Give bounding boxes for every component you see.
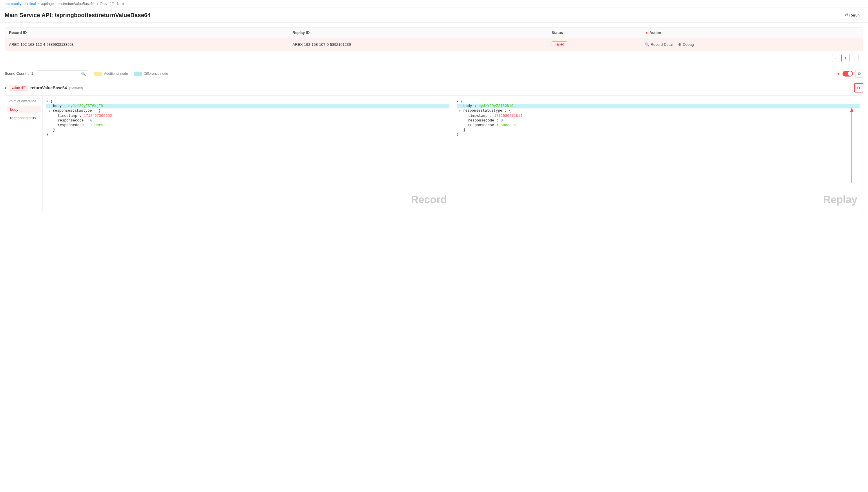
breadcrumb-project[interactable]: community-test-final [5, 2, 36, 6]
toggle-knob [848, 71, 852, 76]
record-detail-button[interactable]: 🔍 Record Detail [645, 42, 674, 47]
page-next-button[interactable]: › [851, 54, 859, 62]
debug-button[interactable]: ⚙ Debug [678, 42, 693, 47]
record-code-content: ▾ { body : eyJzY29yZSI6NjF9 ▾ responsest… [43, 96, 453, 140]
legend-difference-color [134, 72, 142, 76]
rerun-button[interactable]: ↺ Rerun [841, 11, 863, 19]
rerun-label: Rerun [849, 13, 860, 17]
toolbar-settings-button[interactable]: ⚙ [855, 70, 863, 78]
record-line-responsestatus: ▾ responsestatustype : { [46, 108, 449, 114]
col-action: ▼ Action [641, 28, 863, 38]
cell-replay-id: AREX-192-168-107-0-5892161239 [289, 38, 548, 51]
debug-icon: ⚙ [678, 42, 681, 47]
next-arrow[interactable]: › [126, 2, 128, 6]
replay-code-pane: ▾ { body : eyJzY29yZSI6OD19 ▾ responsest… [453, 96, 863, 212]
rerun-icon: ↺ [844, 13, 848, 18]
breadcrumb-separator: > [37, 2, 40, 6]
record-line-close1: } [46, 128, 449, 132]
diff-toolbar: Scene Count： 1 🔍 Additional node Differe… [5, 67, 863, 80]
pagination-nav: ‹ Prev 1/2 Next › [97, 2, 128, 6]
replay-line-body: body : eyJzY29yZSI6OD19 [456, 104, 860, 108]
col-record-id: Record ID [5, 28, 289, 38]
diff-function-name: returnValueBase64 [30, 85, 67, 90]
pod-label: Point of difference [5, 99, 42, 105]
filter-icon[interactable]: ▼ [645, 31, 649, 35]
diff-toggle[interactable] [842, 71, 853, 77]
search-box[interactable]: 🔍 [37, 70, 88, 77]
record-detail-label: Record Detail [651, 42, 674, 47]
point-of-difference-panel: Point of difference body responsestatus.… [5, 96, 43, 212]
replay-line-responsestatus: ▾ responsestatustype : { [456, 108, 860, 114]
replay-watermark: Replay [823, 194, 857, 206]
diff-settings-button[interactable]: ⚙ [854, 83, 863, 93]
page-title: Main Service API: /springboottest/return… [5, 12, 151, 19]
record-watermark: Record [411, 194, 447, 206]
record-line-0: ▾ { [46, 99, 449, 104]
action-cell: 🔍 Record Detail ⚙ Debug [645, 42, 859, 47]
filter-toggle-icon: ▼ [836, 72, 840, 76]
breadcrumb-path: /springboottest/returnValueBase64 [41, 2, 95, 6]
status-badge: Failed [552, 42, 568, 47]
diff-collapse-chevron[interactable]: ▾ [5, 86, 7, 90]
diff-body: Point of difference body responsestatus.… [5, 95, 863, 212]
pagination-row: ‹ 1 › [5, 51, 863, 65]
page-title-bar: Main Service API: /springboottest/return… [0, 8, 868, 23]
records-table-wrapper: Record ID Replay ID Status ▼ Action [5, 27, 863, 51]
record-line-responsedesc: responsedesc : success [46, 123, 449, 128]
prev-label[interactable]: Prev [100, 2, 107, 6]
replay-line-close2: } [456, 132, 860, 137]
cell-record-id: AREX-192-168-112-4-9389933133958 [5, 38, 289, 51]
legend: Additional node Difference node [94, 72, 168, 76]
cell-status: Failed [548, 38, 641, 51]
page-1-button[interactable]: 1 [841, 54, 849, 62]
debug-label: Debug [683, 42, 693, 47]
pod-item-responsestatus[interactable]: responsestatus... [7, 114, 41, 122]
legend-additional: Additional node [94, 72, 128, 76]
search-input[interactable] [40, 72, 80, 76]
cell-action: 🔍 Record Detail ⚙ Debug [641, 38, 863, 51]
diff-header: ▾ value diff returnValueBase64 [Servlet]… [5, 80, 863, 95]
toolbar-right: ▼ ⚙ [836, 70, 863, 78]
record-line-responsecode: responsecode : 0 [46, 118, 449, 123]
pod-item-body[interactable]: body [7, 105, 41, 113]
page-prev-button[interactable]: ‹ [832, 54, 840, 62]
record-line-timestamp: timestamp : 1712467306652 [46, 114, 449, 118]
prev-arrow[interactable]: ‹ [97, 2, 98, 6]
breadcrumb-bar: community-test-final > /springboottest/r… [0, 0, 868, 8]
record-line-close2: } [46, 132, 449, 137]
replay-line-timestamp: timestamp : 1712580411814 [456, 114, 860, 118]
search-icon: 🔍 [81, 72, 86, 76]
record-detail-icon: 🔍 [645, 42, 650, 47]
replay-line-close1: } [456, 128, 860, 132]
replay-line-0: ▾ { [456, 99, 860, 104]
value-diff-badge: value diff [9, 85, 28, 91]
col-status: Status [548, 28, 641, 38]
diff-settings-icon: ⚙ [857, 86, 861, 90]
record-line-body: body : eyJzY29yZSI6NjF9 [46, 104, 449, 108]
replay-line-responsedesc: responsedesc : success [456, 123, 860, 128]
replay-line-responsecode: responsecode : 0 [456, 118, 860, 123]
scene-count-label: Scene Count： 1 [5, 71, 33, 76]
diff-servlet-label: [Servlet] [69, 86, 83, 90]
settings-icon: ⚙ [858, 72, 861, 76]
table-section: Record ID Replay ID Status ▼ Action [0, 23, 868, 65]
table-row: AREX-192-168-112-4-9389933133958 AREX-19… [5, 38, 863, 51]
legend-additional-color [94, 72, 102, 76]
record-code-pane: ▾ { body : eyJzY29yZSI6NjF9 ▾ responsest… [43, 96, 453, 212]
diff-section: Scene Count： 1 🔍 Additional node Differe… [0, 67, 868, 217]
legend-difference: Difference node [134, 72, 168, 76]
page-fraction: 1/2 [110, 2, 115, 6]
next-label[interactable]: Next [117, 2, 124, 6]
col-replay-id: Replay ID [289, 28, 548, 38]
records-table: Record ID Replay ID Status ▼ Action [5, 28, 863, 51]
replay-code-content: ▾ { body : eyJzY29yZSI6OD19 ▾ responsest… [453, 96, 863, 140]
